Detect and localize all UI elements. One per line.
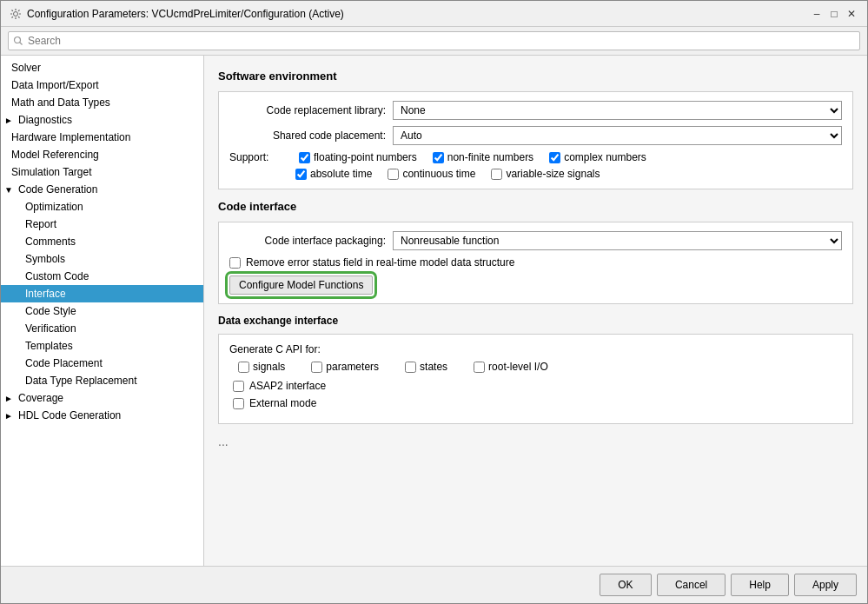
floating-point-checkbox-label[interactable]: floating-point numbers: [299, 151, 417, 163]
external-mode-checkbox[interactable]: [233, 398, 244, 409]
absolute-time-checkbox[interactable]: [295, 169, 307, 180]
continuous-time-checkbox-label[interactable]: continuous time: [388, 168, 475, 180]
sidebar-item-hdl-code-generation[interactable]: ► HDL Code Generation: [1, 407, 203, 424]
sidebar-item-interface[interactable]: Interface: [1, 285, 203, 302]
non-finite-checkbox-label[interactable]: non-finite numbers: [433, 151, 533, 163]
code-interface-box: Code interface packaging: Nonreusable fu…: [218, 222, 853, 304]
external-mode-label: External mode: [249, 397, 316, 409]
expand-arrow-code-gen: ▼: [4, 185, 15, 195]
parameters-checkbox-label[interactable]: parameters: [311, 361, 379, 373]
absolute-time-checkbox-label[interactable]: absolute time: [295, 168, 372, 180]
software-env-box: Code replacement library: None Shared co…: [218, 91, 853, 189]
shared-code-row: Shared code placement: Auto: [229, 126, 842, 145]
sidebar-item-report-label: Report: [25, 218, 56, 230]
non-finite-checkbox[interactable]: [433, 152, 444, 163]
sidebar-item-templates[interactable]: Templates: [1, 337, 203, 355]
states-label: states: [420, 361, 447, 373]
sidebar-item-report[interactable]: Report: [1, 216, 203, 233]
sidebar-item-diagnostics[interactable]: ► Diagnostics: [1, 111, 203, 129]
configure-model-functions-button[interactable]: Configure Model Functions: [229, 275, 373, 295]
asap2-label: ASAP2 interface: [249, 380, 326, 392]
sidebar-item-hdl-label: HDL Code Generation: [18, 409, 121, 421]
sidebar-item-optimization-label: Optimization: [25, 201, 83, 213]
sidebar-item-code-generation[interactable]: ▼ Code Generation: [1, 181, 203, 198]
search-wrapper: [8, 31, 860, 50]
parameters-label: parameters: [326, 361, 379, 373]
external-mode-checkbox-row: External mode: [233, 397, 842, 409]
sidebar-item-hardware-implementation[interactable]: Hardware Implementation: [1, 129, 203, 146]
complex-checkbox[interactable]: [549, 152, 560, 163]
continuous-time-label: continuous time: [402, 168, 475, 180]
floating-point-label: floating-point numbers: [314, 151, 417, 163]
variable-size-label: variable-size signals: [506, 168, 600, 180]
sidebar-item-math-and-data-types[interactable]: Math and Data Types: [1, 94, 203, 111]
sidebar-item-code-placement-label: Code Placement: [25, 357, 103, 369]
sidebar-item-verification-label: Verification: [25, 322, 76, 335]
sidebar-item-hardware-label: Hardware Implementation: [11, 131, 130, 143]
sidebar-item-data-type-replacement[interactable]: Data Type Replacement: [1, 372, 203, 389]
main-window: Configuration Parameters: VCUcmdPreLimit…: [0, 0, 868, 604]
sidebar-item-code-placement[interactable]: Code Placement: [1, 355, 203, 372]
sidebar-item-diagnostics-label: Diagnostics: [18, 114, 72, 126]
shared-code-select-wrapper: Auto: [393, 126, 842, 145]
parameters-checkbox[interactable]: [311, 362, 322, 373]
root-level-io-checkbox-label[interactable]: root-level I/O: [474, 361, 548, 373]
gear-icon: [10, 8, 22, 20]
non-finite-label: non-finite numbers: [447, 151, 533, 163]
expand-arrow-coverage: ►: [4, 394, 15, 403]
sidebar-item-comments[interactable]: Comments: [1, 233, 203, 250]
sidebar-item-custom-code-label: Custom Code: [25, 270, 89, 282]
remove-error-label: Remove error status field in real-time m…: [246, 256, 514, 269]
window-title: Configuration Parameters: VCUcmdPreLimit…: [27, 8, 344, 20]
sidebar-item-data-type-replacement-label: Data Type Replacement: [25, 375, 137, 387]
variable-size-checkbox-label[interactable]: variable-size signals: [491, 168, 600, 180]
remove-error-checkbox[interactable]: [229, 257, 241, 269]
remove-error-row: Remove error status field in real-time m…: [229, 256, 842, 269]
window-controls: – □ ✕: [810, 7, 858, 21]
sidebar-item-symbols[interactable]: Symbols: [1, 250, 203, 268]
sidebar-item-coverage[interactable]: ► Coverage: [1, 389, 203, 407]
cancel-button[interactable]: Cancel: [657, 574, 726, 596]
support-row-2: absolute time continuous time variable-s…: [295, 168, 842, 180]
complex-checkbox-label[interactable]: complex numbers: [549, 151, 646, 163]
sidebar-item-code-generation-label: Code Generation: [18, 183, 97, 196]
complex-label: complex numbers: [564, 151, 646, 163]
sidebar-item-custom-code[interactable]: Custom Code: [1, 268, 203, 285]
signals-checkbox[interactable]: [238, 362, 249, 373]
maximize-button[interactable]: □: [827, 7, 841, 21]
signals-label: signals: [253, 361, 285, 373]
states-checkbox-label[interactable]: states: [405, 361, 447, 373]
root-level-io-checkbox[interactable]: [474, 362, 485, 373]
sidebar-item-math-label: Math and Data Types: [11, 96, 110, 109]
sidebar-item-comments-label: Comments: [25, 236, 76, 248]
shared-code-select[interactable]: Auto: [393, 126, 842, 145]
help-button[interactable]: Help: [731, 574, 789, 596]
code-replacement-label: Code replacement library:: [229, 104, 386, 116]
support-checkboxes-row1: floating-point numbers non-finite number…: [299, 151, 646, 163]
data-exchange-box: Generate C API for: signals parameters: [218, 334, 853, 424]
asap2-checkbox[interactable]: [233, 381, 244, 392]
close-button[interactable]: ✕: [845, 7, 858, 21]
continuous-time-checkbox[interactable]: [388, 169, 399, 180]
floating-point-checkbox[interactable]: [299, 152, 310, 163]
variable-size-checkbox[interactable]: [491, 169, 502, 180]
ok-button[interactable]: OK: [600, 574, 652, 596]
search-input[interactable]: [8, 31, 860, 50]
sidebar-item-code-style-label: Code Style: [25, 305, 76, 317]
sidebar: Solver Data Import/Export Math and Data …: [1, 56, 204, 566]
sidebar-item-solver[interactable]: Solver: [1, 59, 203, 76]
minimize-button[interactable]: –: [810, 7, 824, 21]
apply-button[interactable]: Apply: [794, 574, 857, 596]
sidebar-item-data-import-export[interactable]: Data Import/Export: [1, 76, 203, 94]
sidebar-item-code-style[interactable]: Code Style: [1, 302, 203, 320]
sidebar-item-simulation-target[interactable]: Simulation Target: [1, 163, 203, 181]
sidebar-item-interface-label: Interface: [25, 288, 66, 300]
sidebar-item-optimization[interactable]: Optimization: [1, 198, 203, 216]
code-replacement-select[interactable]: None: [393, 101, 842, 120]
sidebar-item-verification[interactable]: Verification: [1, 320, 203, 337]
sidebar-item-simulation-target-label: Simulation Target: [11, 166, 92, 178]
signals-checkbox-label[interactable]: signals: [238, 361, 285, 373]
code-interface-packaging-select[interactable]: Nonreusable function: [393, 231, 842, 250]
states-checkbox[interactable]: [405, 362, 416, 373]
sidebar-item-model-referencing[interactable]: Model Referencing: [1, 146, 203, 163]
